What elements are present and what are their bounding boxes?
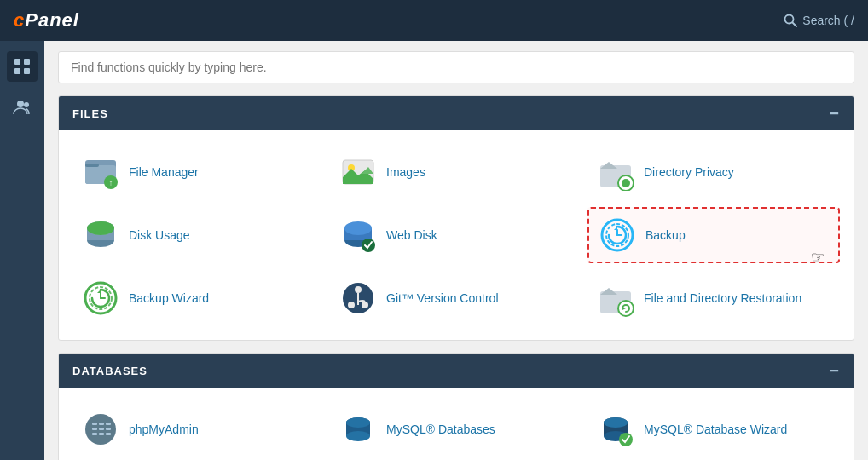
phpmyadmin-label[interactable]: phpMyAdmin <box>129 423 199 436</box>
search-icon <box>784 14 797 27</box>
git-label[interactable]: Git™ Version Control <box>386 291 499 305</box>
svg-line-1 <box>793 23 797 27</box>
images-icon <box>339 152 378 192</box>
files-section: FILES − ↑ File Manager <box>58 95 854 341</box>
function-search-input[interactable] <box>58 51 854 83</box>
mysql-label[interactable]: MySQL® Databases <box>386 423 495 436</box>
directory-privacy-icon <box>596 152 635 192</box>
navbar-search[interactable]: Search ( / <box>784 14 854 27</box>
item-images[interactable]: Images <box>330 146 582 198</box>
file-manager-icon: ↑ <box>81 152 120 192</box>
files-section-body: ↑ File Manager Image <box>59 130 854 340</box>
svg-rect-50 <box>99 433 104 435</box>
svg-rect-3 <box>24 59 30 65</box>
databases-section-header: DATABASES − <box>59 354 854 388</box>
files-collapse-btn[interactable]: − <box>829 105 840 122</box>
users-icon <box>13 98 32 117</box>
svg-rect-47 <box>99 428 104 430</box>
main-content: FILES − ↑ File Manager <box>44 41 868 460</box>
images-label[interactable]: Images <box>386 165 425 179</box>
mysql-wizard-icon <box>596 410 635 449</box>
cursor-icon: ☞ <box>811 248 825 267</box>
search-label: Search ( / <box>802 14 854 27</box>
web-disk-icon <box>339 216 378 255</box>
logo-panel: Panel <box>25 9 79 31</box>
item-git[interactable]: Git™ Version Control <box>330 272 582 325</box>
svg-rect-10 <box>85 164 99 167</box>
item-phpmyadmin[interactable]: phpMyAdmin <box>72 403 325 456</box>
backup-label[interactable]: Backup <box>645 228 686 242</box>
svg-point-36 <box>348 302 355 308</box>
item-restoration[interactable]: File and Directory Restoration <box>587 272 840 325</box>
svg-rect-2 <box>14 59 20 65</box>
web-disk-label[interactable]: Web Disk <box>386 228 437 242</box>
item-mysql[interactable]: MySQL® Databases <box>330 403 582 456</box>
files-section-title: FILES <box>72 107 108 120</box>
sidebar-item-users[interactable] <box>7 92 38 123</box>
svg-rect-46 <box>92 428 97 430</box>
databases-section-title: DATABASES <box>72 365 148 377</box>
layout: FILES − ↑ File Manager <box>0 41 868 460</box>
file-manager-label[interactable]: File Manager <box>129 165 199 179</box>
item-backup-wizard[interactable]: Backup Wizard <box>72 272 325 325</box>
databases-collapse-btn[interactable]: − <box>829 362 840 379</box>
mysql-icon <box>339 410 378 449</box>
svg-point-37 <box>362 302 368 308</box>
svg-point-6 <box>17 101 24 107</box>
svg-rect-4 <box>14 68 20 74</box>
restoration-label[interactable]: File and Directory Restoration <box>644 291 801 305</box>
mysql-wizard-label[interactable]: MySQL® Database Wizard <box>644 423 787 436</box>
svg-rect-51 <box>106 433 111 435</box>
sidebar <box>0 41 44 460</box>
svg-point-55 <box>346 417 370 428</box>
svg-point-54 <box>346 431 370 441</box>
svg-text:↑: ↑ <box>109 178 113 187</box>
disk-usage-icon <box>81 216 120 255</box>
sidebar-item-grid[interactable] <box>7 51 38 82</box>
item-backup[interactable]: Backup ☞ <box>587 207 840 263</box>
svg-rect-49 <box>92 433 97 435</box>
svg-rect-44 <box>99 423 104 425</box>
svg-point-35 <box>355 286 362 293</box>
phpmyadmin-icon <box>81 410 120 449</box>
item-web-disk[interactable]: Web Disk <box>330 207 582 263</box>
svg-rect-48 <box>106 428 111 430</box>
item-file-manager[interactable]: ↑ File Manager <box>72 146 325 198</box>
backup-icon <box>598 216 637 255</box>
files-section-header: FILES − <box>59 96 854 130</box>
svg-point-24 <box>344 221 372 235</box>
logo-c: c <box>14 9 25 31</box>
svg-rect-45 <box>106 423 111 425</box>
cpanel-logo: cPanel <box>14 9 79 32</box>
svg-point-17 <box>622 179 630 187</box>
navbar: cPanel Search ( / <box>0 0 868 41</box>
item-mysql-wizard[interactable]: MySQL® Database Wizard <box>587 403 840 456</box>
item-directory-privacy[interactable]: Directory Privacy <box>587 146 840 198</box>
databases-section-body: phpMyAdmin MySQL® Databases <box>59 388 854 460</box>
git-icon <box>339 279 378 318</box>
svg-rect-5 <box>24 68 30 74</box>
backup-wizard-icon <box>81 279 120 318</box>
svg-rect-43 <box>92 423 97 425</box>
databases-section: DATABASES − <box>58 353 854 460</box>
grid-icon <box>13 57 32 76</box>
restoration-icon <box>596 279 635 318</box>
directory-privacy-label[interactable]: Directory Privacy <box>644 165 734 179</box>
svg-point-59 <box>604 417 628 428</box>
svg-point-7 <box>24 102 29 107</box>
backup-wizard-label[interactable]: Backup Wizard <box>129 291 209 305</box>
item-disk-usage[interactable]: Disk Usage <box>72 207 325 263</box>
disk-usage-label[interactable]: Disk Usage <box>129 228 190 242</box>
